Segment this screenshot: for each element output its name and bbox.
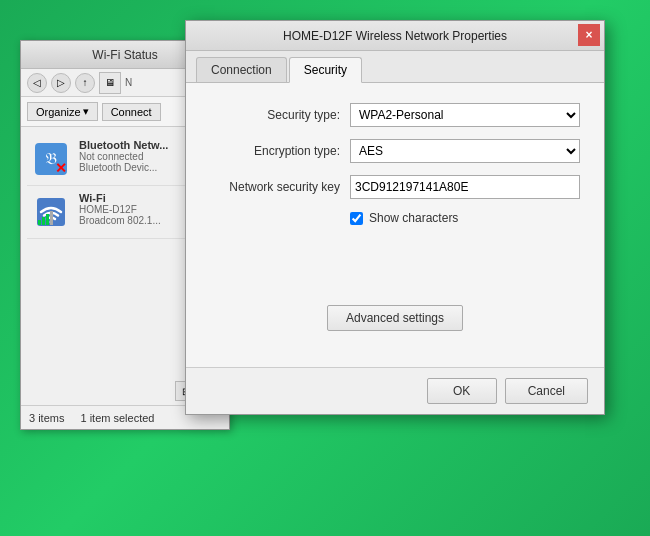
red-x-icon: ✕ [55,161,67,175]
network-key-row: Network security key [210,175,580,199]
dialog-close-button[interactable]: × [578,24,600,46]
bluetooth-icon: 𝔅 ✕ [35,143,67,175]
svg-rect-4 [46,214,49,225]
forward-button[interactable]: ▷ [51,73,71,93]
tab-connection[interactable]: Connection [196,57,287,82]
security-type-control: WPA2-Personal WPA-Personal WEP No authen… [350,103,580,127]
show-characters-label[interactable]: Show characters [369,211,458,225]
ok-button[interactable]: OK [427,378,497,404]
bg-window-title: Wi-Fi Status [92,48,157,62]
connect-button[interactable]: Connect [102,103,161,121]
network-key-control [350,175,580,199]
bluetooth-icon-container: 𝔅 ✕ [31,139,71,179]
dialog-body: Security type: WPA2-Personal WPA-Persona… [186,83,604,367]
address-text: N [125,77,132,88]
advanced-settings-row: Advanced settings [210,305,580,331]
network-properties-dialog: HOME-D12F Wireless Network Properties × … [185,20,605,415]
network-key-label: Network security key [210,180,350,194]
security-type-select[interactable]: WPA2-Personal WPA-Personal WEP No authen… [350,103,580,127]
security-type-label: Security type: [210,108,350,122]
dialog-titlebar: HOME-D12F Wireless Network Properties × [186,21,604,51]
show-characters-checkbox[interactable] [350,212,363,225]
dialog-footer: OK Cancel [186,367,604,414]
encryption-type-control: AES TKIP [350,139,580,163]
up-button[interactable]: ↑ [75,73,95,93]
network-key-input[interactable] [350,175,580,199]
cancel-button[interactable]: Cancel [505,378,588,404]
advanced-settings-button[interactable]: Advanced settings [327,305,463,331]
back-button[interactable]: ◁ [27,73,47,93]
encryption-type-label: Encryption type: [210,144,350,158]
tab-security[interactable]: Security [289,57,362,83]
organize-button[interactable]: Organize ▾ [27,102,98,121]
wifi-icon [33,194,69,230]
tab-bar: Connection Security [186,51,604,83]
security-type-row: Security type: WPA2-Personal WPA-Persona… [210,103,580,127]
encryption-type-select[interactable]: AES TKIP [350,139,580,163]
svg-rect-2 [38,220,41,225]
svg-rect-3 [42,217,45,225]
wifi-icon-container [31,192,71,232]
svg-rect-5 [50,211,53,225]
show-characters-row: Show characters [350,211,580,225]
dialog-title: HOME-D12F Wireless Network Properties [283,29,507,43]
encryption-type-row: Encryption type: AES TKIP [210,139,580,163]
address-icon: 🖥 [99,72,121,94]
